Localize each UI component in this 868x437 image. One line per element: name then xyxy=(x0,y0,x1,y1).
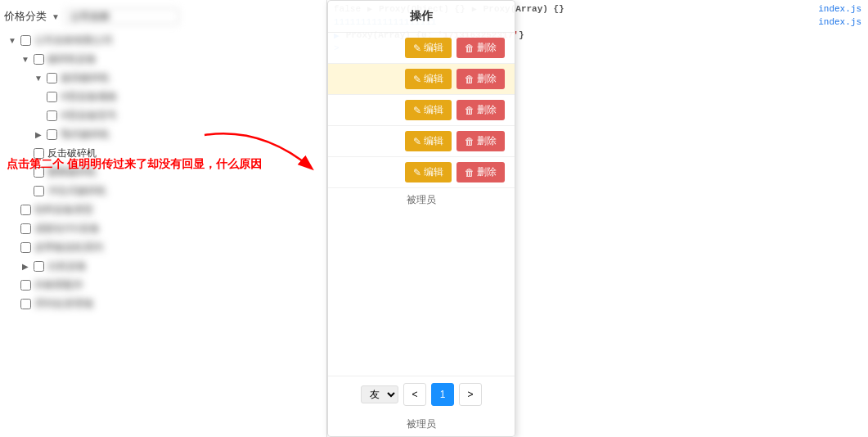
tree-expand-icon[interactable]: ▶ xyxy=(34,130,43,140)
edit-button[interactable]: ✎ 编辑 xyxy=(405,162,452,182)
tree-item: H型设备型号 xyxy=(7,106,322,125)
tree-checkbox[interactable] xyxy=(47,73,57,83)
modal-body: ✎ 编辑 🗑 删除 ✎ 编辑 🗑 删除 ✎ 编辑 xyxy=(328,33,515,376)
tree-item: ▶ 出机设备 xyxy=(7,257,322,276)
tree-expand-icon[interactable]: ▼ xyxy=(7,36,17,46)
tree-item: 序列化管理项 xyxy=(7,295,322,313)
tree-item: 反击破碎机 xyxy=(7,144,322,163)
edit-icon: ✎ xyxy=(413,43,421,54)
tree-item: 圆锥破碎机 xyxy=(7,163,322,182)
edit-icon: ✎ xyxy=(413,105,421,116)
delete-icon: 🗑 xyxy=(465,74,474,85)
tree-checkbox[interactable] xyxy=(20,205,31,215)
tree-item-label: 外购零配件 xyxy=(34,278,83,292)
filter-dropdown-icon[interactable]: ▼ xyxy=(52,12,60,21)
tree-item-label: 成套站/VU设备 xyxy=(34,222,100,236)
tree-checkbox[interactable] xyxy=(47,110,57,121)
edit-icon: ✎ xyxy=(413,74,421,85)
action-row: ✎ 编辑 🗑 删除 xyxy=(328,33,515,64)
tree-checkbox[interactable] xyxy=(20,223,31,234)
tree-item-label: 出机设备 xyxy=(47,259,87,273)
delete-icon: 🗑 xyxy=(465,167,474,178)
tree-item-label: 反击破碎机 xyxy=(47,146,97,160)
tree-expand-icon[interactable]: ▼ xyxy=(20,55,30,65)
tree-item: 冲击式破碎机 xyxy=(7,182,322,200)
delete-icon: 🗑 xyxy=(465,43,474,54)
manager-label-2: 被理员 xyxy=(328,412,515,436)
tree-item-label: 给料设备类型 xyxy=(34,203,93,217)
action-row-highlighted: ✎ 编辑 🗑 删除 xyxy=(328,64,515,95)
edit-icon: ✎ xyxy=(413,136,421,147)
page-size-select[interactable]: 友 xyxy=(361,385,398,403)
tree-item-label: H型设备型号 xyxy=(61,109,117,123)
tree-checkbox[interactable] xyxy=(34,261,44,272)
edit-button[interactable]: ✎ 编辑 xyxy=(405,131,452,151)
tree-checkbox[interactable] xyxy=(47,129,57,140)
tree-item-label: 序列化管理项 xyxy=(34,297,93,311)
tree-checkbox[interactable] xyxy=(34,186,44,196)
tree-item-label: H型设备规格 xyxy=(61,90,117,104)
delete-icon: 🗑 xyxy=(465,105,474,116)
tree-checkbox[interactable] xyxy=(34,167,44,178)
tree-checkbox[interactable] xyxy=(20,280,31,291)
tree-item: 皮带输送机系列 xyxy=(7,238,322,257)
edit-icon: ✎ xyxy=(413,167,421,178)
tree-item-label: 圆锥破碎机 xyxy=(47,165,97,179)
tree-checkbox[interactable] xyxy=(34,54,44,65)
tree-item-label: 旋回破碎机 xyxy=(61,71,110,85)
tree-item: ▶ 颚式破碎机 xyxy=(7,125,322,144)
delete-button[interactable]: 🗑 删除 xyxy=(456,38,505,58)
delete-button[interactable]: 🗑 删除 xyxy=(456,131,505,151)
delete-button[interactable]: 🗑 删除 xyxy=(456,69,505,89)
tree-item: 成套站/VU设备 xyxy=(7,219,322,238)
devtools-link-1[interactable]: index.js xyxy=(818,4,861,14)
tree-item: ▼ 破碎机设备 xyxy=(7,50,322,69)
delete-button[interactable]: 🗑 删除 xyxy=(456,100,505,120)
modal-footer: 友 < 1 > xyxy=(328,376,515,412)
tree-item: 外购零配件 xyxy=(7,276,322,295)
filter-row: 价格分类 ▼ xyxy=(4,8,322,25)
tree-item-label: 公司名称有限公司 xyxy=(34,34,113,47)
tree-checkbox[interactable] xyxy=(20,299,31,309)
tree-checkbox[interactable] xyxy=(20,242,31,253)
edit-button[interactable]: ✎ 编辑 xyxy=(405,69,452,89)
pagination-next-button[interactable]: > xyxy=(459,383,482,406)
category-tree: ▼ 公司名称有限公司 ▼ 破碎机设备 ▼ 旋回破碎机 H型设备规格 H型设备型号 xyxy=(4,31,322,313)
tree-checkbox[interactable] xyxy=(47,92,57,102)
tree-expand-icon[interactable]: ▶ xyxy=(20,262,30,272)
filter-input[interactable] xyxy=(65,8,179,25)
tree-checkbox[interactable] xyxy=(34,148,44,159)
tree-checkbox[interactable] xyxy=(20,35,31,46)
tree-item: H型设备规格 xyxy=(7,88,322,106)
chevron-right-icon: > xyxy=(467,389,473,400)
tree-item: 给料设备类型 xyxy=(7,200,322,219)
action-row: ✎ 编辑 🗑 删除 xyxy=(328,95,515,126)
left-tree-panel: 价格分类 ▼ ▼ 公司名称有限公司 ▼ 破碎机设备 ▼ 旋回破碎机 H型设备规格 xyxy=(0,0,327,437)
pagination-prev-button[interactable]: < xyxy=(403,383,426,406)
tree-expand-icon[interactable]: ▼ xyxy=(34,74,43,83)
tree-item-label: 破碎机设备 xyxy=(47,52,97,66)
modal-title: 操作 xyxy=(328,1,515,33)
devtools-link-2[interactable]: index.js xyxy=(818,17,861,27)
action-row: ✎ 编辑 🗑 删除 xyxy=(328,157,515,188)
action-row: ✎ 编辑 🗑 删除 xyxy=(328,126,515,157)
pagination-page-button[interactable]: 1 xyxy=(431,383,454,406)
operations-modal: 操作 ✎ 编辑 🗑 删除 ✎ 编辑 🗑 删除 xyxy=(327,0,515,437)
delete-button[interactable]: 🗑 删除 xyxy=(456,162,505,182)
filter-label: 价格分类 xyxy=(4,9,47,24)
delete-icon: 🗑 xyxy=(465,136,474,147)
chevron-left-icon: < xyxy=(412,389,417,400)
manager-label-1: 被理员 xyxy=(328,188,515,212)
tree-item-label: 颚式破碎机 xyxy=(61,128,110,142)
tree-item: ▼ 旋回破碎机 xyxy=(7,69,322,88)
tree-item-label: 冲击式破碎机 xyxy=(47,184,106,198)
tree-item: ▼ 公司名称有限公司 xyxy=(7,31,322,50)
tree-item-label: 皮带输送机系列 xyxy=(34,241,103,255)
edit-button[interactable]: ✎ 编辑 xyxy=(405,38,452,58)
edit-button[interactable]: ✎ 编辑 xyxy=(405,100,452,120)
